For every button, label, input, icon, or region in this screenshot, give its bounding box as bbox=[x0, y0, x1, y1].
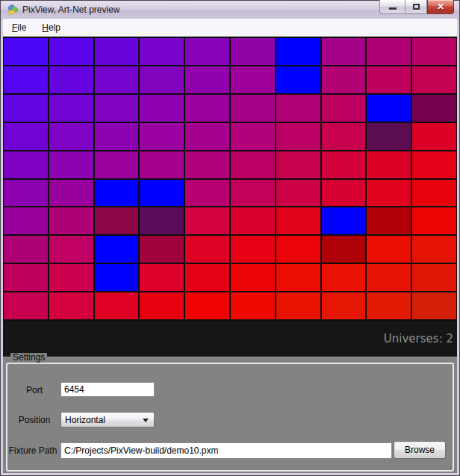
fixture-path-input[interactable] bbox=[60, 442, 392, 459]
pixel-cell-r7-c7 bbox=[276, 207, 320, 234]
pixel-cell-r3-c8 bbox=[322, 95, 366, 122]
app-icon bbox=[7, 4, 19, 16]
window-frame-right bbox=[457, 19, 459, 475]
pixel-cell-r8-c10 bbox=[412, 236, 456, 263]
pixel-cell-r3-c2 bbox=[49, 95, 93, 122]
maximize-icon bbox=[413, 4, 420, 10]
pixel-cell-r1-c2 bbox=[49, 38, 93, 65]
minimize-button[interactable] bbox=[379, 0, 405, 14]
pixel-cell-r6-c6 bbox=[231, 180, 275, 207]
pixel-cell-r5-c8 bbox=[322, 151, 366, 178]
pixel-cell-r1-c5 bbox=[185, 38, 229, 65]
pixel-cell-r7-c8 bbox=[322, 207, 366, 234]
pixel-cell-r8-c1 bbox=[4, 236, 48, 263]
pixel-cell-r9-c1 bbox=[4, 264, 48, 291]
pixel-cell-r2-c5 bbox=[185, 66, 229, 93]
pixel-cell-r2-c3 bbox=[95, 66, 139, 93]
pixel-cell-r8-c6 bbox=[231, 236, 275, 263]
pixel-cell-r2-c9 bbox=[367, 66, 411, 93]
pixel-cell-r4-c8 bbox=[322, 123, 366, 150]
pixel-cell-r7-c5 bbox=[185, 207, 229, 234]
position-selected-value: Horizontal bbox=[65, 415, 105, 425]
pixel-cell-r7-c1 bbox=[4, 207, 48, 234]
pixel-cell-r1-c9 bbox=[367, 38, 411, 65]
pixel-cell-r8-c8 bbox=[322, 236, 366, 263]
pixel-cell-r7-c3 bbox=[95, 207, 139, 234]
pixel-cell-r1-c7 bbox=[276, 38, 320, 65]
pixel-cell-r2-c2 bbox=[49, 66, 93, 93]
pixel-cell-r5-c2 bbox=[49, 151, 93, 178]
pixel-cell-r10-c1 bbox=[4, 292, 48, 319]
pixel-cell-r5-c4 bbox=[140, 151, 184, 178]
settings-group-title: Settings bbox=[10, 353, 47, 363]
pixel-cell-r6-c9 bbox=[367, 180, 411, 207]
pixel-cell-r1-c10 bbox=[412, 38, 456, 65]
pixel-cell-r4-c3 bbox=[95, 123, 139, 150]
pixel-cell-r10-c8 bbox=[322, 292, 366, 319]
settings-panel: Settings Port Position Horizontal Fixtur… bbox=[3, 357, 457, 473]
pixel-cell-r6-c2 bbox=[49, 180, 93, 207]
pixel-cell-r4-c9 bbox=[367, 123, 411, 150]
menubar: File Help bbox=[3, 19, 457, 37]
close-button[interactable]: ✕ bbox=[427, 0, 454, 14]
browse-button[interactable]: Browse bbox=[394, 441, 446, 459]
pixel-cell-r5-c5 bbox=[185, 151, 229, 178]
pixel-cell-r1-c4 bbox=[140, 38, 184, 65]
pixel-cell-r9-c6 bbox=[231, 264, 275, 291]
pixel-cell-r2-c4 bbox=[140, 66, 184, 93]
pixel-cell-r10-c2 bbox=[49, 292, 93, 319]
pixel-cell-r9-c9 bbox=[367, 264, 411, 291]
pixel-cell-r6-c1 bbox=[4, 180, 48, 207]
pixel-cell-r3-c6 bbox=[231, 95, 275, 122]
pixel-cell-r9-c2 bbox=[49, 264, 93, 291]
pixel-cell-r8-c2 bbox=[49, 236, 93, 263]
browse-button-label: Browse bbox=[405, 445, 435, 455]
pixel-cell-r8-c5 bbox=[185, 236, 229, 263]
position-label: Position bbox=[6, 415, 63, 425]
pixel-cell-r9-c3 bbox=[95, 264, 139, 291]
pixel-cell-r7-c9 bbox=[367, 207, 411, 234]
pixel-cell-r9-c7 bbox=[276, 264, 320, 291]
pixel-cell-r4-c5 bbox=[185, 123, 229, 150]
pixel-cell-r10-c7 bbox=[276, 292, 320, 319]
pixel-cell-r2-c8 bbox=[322, 66, 366, 93]
window-controls: ✕ bbox=[379, 0, 454, 14]
pixel-cell-r10-c9 bbox=[367, 292, 411, 319]
pixel-cell-r2-c1 bbox=[4, 66, 48, 93]
maximize-button[interactable] bbox=[405, 0, 427, 14]
close-icon: ✕ bbox=[437, 1, 444, 13]
menu-item-file[interactable]: File bbox=[5, 19, 33, 36]
port-label: Port bbox=[6, 385, 63, 395]
pixel-cell-r5-c10 bbox=[412, 151, 456, 178]
window-frame-bottom bbox=[1, 473, 459, 475]
port-input[interactable] bbox=[60, 382, 155, 397]
pixel-cell-r6-c3 bbox=[95, 180, 139, 207]
pixel-cell-r7-c6 bbox=[231, 207, 275, 234]
pixel-cell-r8-c7 bbox=[276, 236, 320, 263]
pixel-grid bbox=[3, 37, 457, 321]
pixel-cell-r10-c6 bbox=[231, 292, 275, 319]
pixel-cell-r4-c6 bbox=[231, 123, 275, 150]
menu-item-help[interactable]: Help bbox=[35, 19, 67, 36]
pixel-cell-r4-c2 bbox=[49, 123, 93, 150]
pixel-cell-r8-c9 bbox=[367, 236, 411, 263]
pixel-cell-r5-c6 bbox=[231, 151, 275, 178]
pixel-cell-r6-c10 bbox=[412, 180, 456, 207]
pixel-cell-r6-c7 bbox=[276, 180, 320, 207]
pixel-cell-r3-c5 bbox=[185, 95, 229, 122]
pixel-cell-r3-c10 bbox=[412, 95, 456, 122]
pixel-cell-r1-c6 bbox=[231, 38, 275, 65]
pixel-cell-r8-c4 bbox=[140, 236, 184, 263]
pixel-cell-r3-c1 bbox=[4, 95, 48, 122]
window-title: PixView, Art-Net preview bbox=[22, 1, 120, 19]
pixel-cell-r6-c4 bbox=[140, 180, 184, 207]
pixel-cell-r6-c8 bbox=[322, 180, 366, 207]
pixel-cell-r9-c10 bbox=[412, 264, 456, 291]
pixel-cell-r8-c3 bbox=[95, 236, 139, 263]
position-select[interactable]: Horizontal bbox=[60, 412, 155, 428]
pixel-cell-r10-c4 bbox=[140, 292, 184, 319]
status-bar: Universes: 2 bbox=[3, 321, 457, 357]
pixel-cell-r5-c7 bbox=[276, 151, 320, 178]
pixel-cell-r9-c5 bbox=[185, 264, 229, 291]
pixel-cell-r3-c9 bbox=[367, 95, 411, 122]
